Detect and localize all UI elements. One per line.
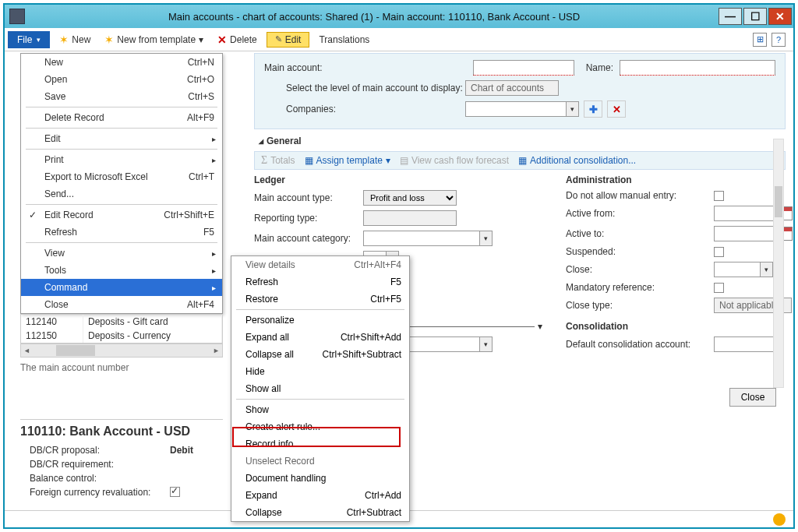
context-menu-item[interactable]: Hide <box>231 363 409 380</box>
cashflow-action: ▤View cash flow forecast <box>400 154 509 167</box>
window-title: Main accounts - chart of accounts: Share… <box>30 11 719 23</box>
context-menu-item[interactable]: Document handling <box>231 470 409 487</box>
minimize-button[interactable]: — <box>719 8 742 25</box>
context-menu-item: Unselect Record <box>231 453 409 470</box>
table-row[interactable]: 112150Deposits - Currency <box>21 329 222 343</box>
active-to-input[interactable] <box>714 226 776 241</box>
file-menu-item[interactable]: View <box>21 245 222 262</box>
companies-input[interactable] <box>465 101 567 117</box>
context-menu-item[interactable]: ExpandCtrl+Add <box>231 487 409 504</box>
context-menu-item[interactable]: Expand allCtrl+Shift+Add <box>231 329 409 346</box>
titlebar[interactable]: Main accounts - chart of accounts: Share… <box>5 5 793 28</box>
category-dropdown[interactable]: ▾ <box>480 231 493 246</box>
maximize-button[interactable]: ☐ <box>743 8 767 25</box>
context-menu-item[interactable]: Create alert rule... <box>231 418 409 435</box>
category-input[interactable] <box>363 231 480 246</box>
vertical-scrollbar[interactable] <box>773 139 784 388</box>
context-menu-item[interactable]: Personalize <box>231 312 409 329</box>
status-hint: The main account number <box>5 358 231 378</box>
warning-icon[interactable] <box>773 513 786 526</box>
star-icon: ✶ <box>59 33 69 46</box>
horizontal-scrollbar[interactable] <box>20 344 223 358</box>
file-menu-item[interactable]: Tools <box>21 262 222 279</box>
close-window-button[interactable]: ✕ <box>768 8 792 25</box>
x-icon: ✕ <box>217 33 227 46</box>
edit-button[interactable]: ✎Edit <box>267 32 310 48</box>
file-menu-item[interactable]: Edit RecordCtrl+Shift+E <box>21 206 222 224</box>
consolidation-action[interactable]: ▦Additional consolidation... <box>518 154 636 167</box>
add-company-button[interactable]: ✚ <box>584 100 602 118</box>
file-menu-item[interactable]: Print <box>21 151 222 168</box>
context-menu-item[interactable]: Record info <box>231 435 409 453</box>
main-account-type-select[interactable]: Profit and loss <box>363 190 457 206</box>
no-manual-checkbox[interactable] <box>714 191 724 201</box>
suspended-checkbox[interactable] <box>714 247 724 257</box>
remove-company-button[interactable]: ✕ <box>607 100 626 118</box>
name-input[interactable] <box>620 60 775 76</box>
detail-pane: 110110: Bank Account - USD DB/CR proposa… <box>20 419 223 499</box>
new-button[interactable]: ✶New <box>55 32 95 48</box>
file-menu-item[interactable]: CloseAlt+F4 <box>21 296 222 313</box>
fx-revaluation-checkbox[interactable] <box>170 487 180 497</box>
template-icon: ▦ <box>305 155 313 166</box>
windows-list-icon[interactable]: ⊞ <box>753 33 767 47</box>
context-menu-item[interactable]: Collapse allCtrl+Shift+Subtract <box>231 346 409 363</box>
detail-title: 110110: Bank Account - USD <box>20 425 223 439</box>
file-menu-item[interactable]: Command <box>21 279 222 296</box>
action-bar: ΣTotals ▦Assign template▾ ▤View cash flo… <box>254 151 786 170</box>
mandatory-ref-checkbox[interactable] <box>714 283 724 293</box>
general-section-header[interactable]: General <box>254 132 786 150</box>
sigma-icon: Σ <box>261 154 267 167</box>
file-menu-item[interactable]: Delete RecordAlt+F9 <box>21 109 222 126</box>
context-menu-item[interactable]: Show <box>231 401 409 418</box>
context-menu: View detailsCtrl+Alt+F4RefreshF5RestoreC… <box>231 255 410 522</box>
new-from-template-button[interactable]: ✶New from template▾ <box>100 32 208 48</box>
accounts-grid[interactable]: 112140Deposits - Gift card112150Deposits… <box>20 314 223 344</box>
chart-icon: ▤ <box>400 155 408 166</box>
context-menu-item: View detailsCtrl+Alt+F4 <box>231 256 409 273</box>
delete-button[interactable]: ✕Delete <box>213 32 262 48</box>
help-icon[interactable]: ? <box>772 33 786 47</box>
companies-dropdown[interactable]: ▾ <box>567 101 579 117</box>
pencil-icon: ✎ <box>275 34 282 44</box>
star-icon: ✶ <box>104 33 114 46</box>
consolidation-icon: ▦ <box>518 155 527 166</box>
consolidation-account-input[interactable] <box>714 336 776 352</box>
file-menu-item[interactable]: RefreshF5 <box>21 224 222 241</box>
totals-action: ΣTotals <box>261 154 295 167</box>
level-display: Chart of accounts <box>465 80 559 96</box>
file-menu-item[interactable]: Send... <box>21 185 222 203</box>
table-row[interactable]: 112140Deposits - Gift card <box>21 315 222 329</box>
file-menu-button[interactable]: File <box>8 31 50 48</box>
app-icon <box>9 9 25 24</box>
main-account-input[interactable] <box>473 60 574 76</box>
file-menu-item[interactable]: OpenCtrl+O <box>21 71 222 88</box>
file-menu-item[interactable]: SaveCtrl+S <box>21 88 222 105</box>
context-menu-item[interactable]: RefreshF5 <box>231 273 409 291</box>
file-dropdown-menu: NewCtrl+NOpenCtrl+OSaveCtrl+SDelete Reco… <box>20 53 223 314</box>
file-menu-item[interactable]: Edit <box>21 130 222 147</box>
toolbar: File ✶New ✶New from template▾ ✕Delete ✎E… <box>5 28 793 51</box>
reporting-type-field <box>363 210 457 226</box>
active-from-input[interactable] <box>714 206 776 221</box>
translations-button[interactable]: Translations <box>314 33 374 47</box>
assign-template-action[interactable]: ▦Assign template▾ <box>305 154 390 167</box>
context-menu-item[interactable]: CollapseCtrl+Subtract <box>231 504 409 521</box>
close-button[interactable]: Close <box>729 388 776 407</box>
file-menu-item[interactable]: NewCtrl+N <box>21 54 222 71</box>
context-menu-item[interactable]: Show all <box>231 380 409 397</box>
context-menu-item[interactable]: RestoreCtrl+F5 <box>231 291 409 308</box>
file-menu-item[interactable]: Export to Microsoft ExcelCtrl+T <box>21 168 222 185</box>
close-input[interactable] <box>714 262 761 277</box>
